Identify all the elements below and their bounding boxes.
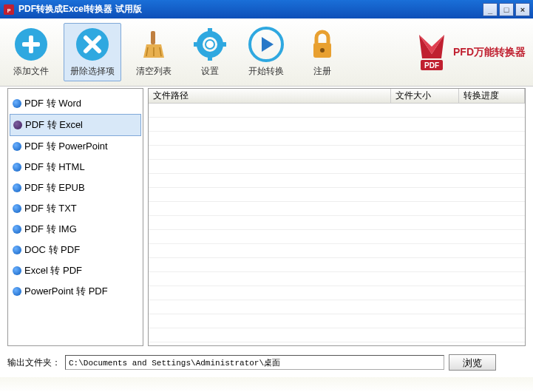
sidebar-item-label: PDF 转 IMG bbox=[24, 223, 77, 236]
bullet-icon bbox=[13, 99, 21, 108]
output-bar: 输出文件夹： 浏览 bbox=[0, 348, 533, 377]
start-convert-button[interactable]: 开始转换 bbox=[242, 24, 290, 81]
svg-rect-6 bbox=[151, 31, 155, 44]
remove-selected-button[interactable]: 册除选择项 bbox=[64, 23, 121, 81]
footer-area bbox=[0, 377, 533, 392]
sidebar-item-9[interactable]: PowerPoint 转 PDF bbox=[10, 281, 141, 302]
sidebar-item-label: DOC 转 PDF bbox=[24, 243, 80, 257]
sidebar-item-4[interactable]: PDF 转 EPUB bbox=[10, 178, 141, 198]
sidebar-item-2[interactable]: PDF 转 PowerPoint bbox=[10, 136, 141, 157]
sidebar: PDF 转 WordPDF 转 ExcelPDF 转 PowerPointPDF… bbox=[7, 88, 143, 346]
pdf-logo-icon: PDF bbox=[415, 32, 449, 73]
logo-text: PFD万能转换器 bbox=[453, 46, 526, 59]
close-button[interactable]: × bbox=[515, 3, 530, 16]
table-row bbox=[149, 314, 525, 328]
sidebar-item-label: PDF 转 EPUB bbox=[24, 181, 85, 195]
add-label: 添加文件 bbox=[13, 65, 49, 78]
sidebar-item-label: PowerPoint 转 PDF bbox=[24, 285, 108, 298]
svg-rect-14 bbox=[194, 42, 200, 47]
col-progress[interactable]: 转换进度 bbox=[459, 89, 525, 103]
table-row bbox=[149, 300, 525, 314]
register-label: 注册 bbox=[313, 65, 331, 78]
gear-icon bbox=[192, 27, 228, 62]
register-button[interactable]: 注册 bbox=[299, 24, 346, 81]
sidebar-item-5[interactable]: PDF 转 TXT bbox=[10, 198, 141, 219]
bullet-icon bbox=[13, 287, 21, 296]
table-row bbox=[149, 188, 525, 202]
output-label: 输出文件夹： bbox=[7, 356, 61, 369]
table-row bbox=[149, 328, 525, 342]
sidebar-item-label: PDF 转 TXT bbox=[24, 202, 77, 215]
sidebar-item-6[interactable]: PDF 转 IMG bbox=[10, 219, 141, 240]
table-row bbox=[149, 146, 525, 160]
bullet-icon bbox=[13, 183, 21, 192]
play-icon bbox=[248, 27, 284, 62]
sidebar-item-label: PDF 转 PowerPoint bbox=[24, 140, 108, 153]
bullet-icon bbox=[13, 163, 21, 172]
settings-button[interactable]: 设置 bbox=[186, 24, 234, 81]
table-row bbox=[149, 286, 525, 300]
table-row bbox=[149, 118, 525, 132]
sidebar-item-1[interactable]: PDF 转 Excel bbox=[10, 114, 141, 136]
sidebar-item-8[interactable]: Excel 转 PDF bbox=[10, 260, 141, 281]
remove-label: 册除选择项 bbox=[70, 65, 115, 78]
settings-label: 设置 bbox=[201, 65, 219, 78]
app-icon: P bbox=[3, 4, 15, 16]
bullet-icon bbox=[13, 204, 21, 213]
sidebar-item-label: PDF 转 HTML bbox=[24, 160, 85, 174]
sidebar-item-7[interactable]: DOC 转 PDF bbox=[10, 240, 141, 260]
svg-point-18 bbox=[320, 48, 325, 53]
add-file-button[interactable]: 添加文件 bbox=[7, 24, 55, 81]
col-size[interactable]: 文件大小 bbox=[391, 89, 459, 103]
minimize-button[interactable]: _ bbox=[483, 3, 498, 16]
sidebar-item-0[interactable]: PDF 转 Word bbox=[10, 93, 141, 114]
file-table: 文件路径 文件大小 转换进度 bbox=[148, 88, 526, 346]
svg-point-11 bbox=[206, 40, 214, 49]
svg-rect-4 bbox=[22, 42, 40, 47]
clear-list-button[interactable]: 清空列表 bbox=[130, 24, 177, 81]
main-area: PDF 转 WordPDF 转 ExcelPDF 转 PowerPointPDF… bbox=[0, 87, 533, 348]
bullet-icon bbox=[13, 266, 21, 275]
bullet-icon bbox=[13, 121, 22, 129]
table-row bbox=[149, 174, 525, 188]
svg-rect-15 bbox=[220, 42, 226, 47]
output-folder-input[interactable] bbox=[65, 355, 444, 370]
toolbar: 添加文件 册除选择项 清空列表 设置 开始转换 注册 bbox=[0, 18, 533, 87]
table-row bbox=[149, 216, 525, 230]
bullet-icon bbox=[13, 246, 21, 254]
table-row bbox=[149, 230, 525, 244]
titlebar: P PDF转换成Excel转换器 试用版 _ □ × bbox=[0, 0, 533, 18]
table-row bbox=[149, 244, 525, 258]
table-row bbox=[149, 272, 525, 286]
sidebar-item-label: PDF 转 Excel bbox=[25, 118, 83, 132]
bullet-icon bbox=[13, 225, 21, 234]
start-label: 开始转换 bbox=[248, 65, 284, 78]
table-row bbox=[149, 160, 525, 174]
svg-rect-12 bbox=[208, 28, 212, 34]
maximize-button[interactable]: □ bbox=[499, 3, 514, 16]
table-row bbox=[149, 104, 525, 118]
table-row bbox=[149, 258, 525, 272]
x-icon bbox=[75, 27, 110, 62]
table-row bbox=[149, 132, 525, 146]
svg-rect-13 bbox=[208, 55, 212, 61]
svg-text:P: P bbox=[7, 7, 11, 13]
browse-button[interactable]: 浏览 bbox=[449, 354, 496, 371]
bullet-icon bbox=[13, 142, 21, 151]
logo-block: PDF PFD万能转换器 bbox=[415, 32, 526, 73]
table-row bbox=[149, 202, 525, 216]
lock-icon bbox=[305, 27, 340, 62]
table-body bbox=[149, 104, 525, 345]
col-path[interactable]: 文件路径 bbox=[149, 89, 391, 103]
plus-icon bbox=[13, 27, 49, 62]
window-title: PDF转换成Excel转换器 试用版 bbox=[18, 3, 483, 16]
broom-icon bbox=[136, 27, 172, 62]
sidebar-item-3[interactable]: PDF 转 HTML bbox=[10, 157, 141, 178]
sidebar-item-label: PDF 转 Word bbox=[24, 97, 81, 110]
table-header: 文件路径 文件大小 转换进度 bbox=[149, 89, 525, 104]
clear-label: 清空列表 bbox=[136, 65, 172, 78]
sidebar-item-label: Excel 转 PDF bbox=[24, 264, 82, 277]
svg-text:PDF: PDF bbox=[424, 61, 439, 70]
